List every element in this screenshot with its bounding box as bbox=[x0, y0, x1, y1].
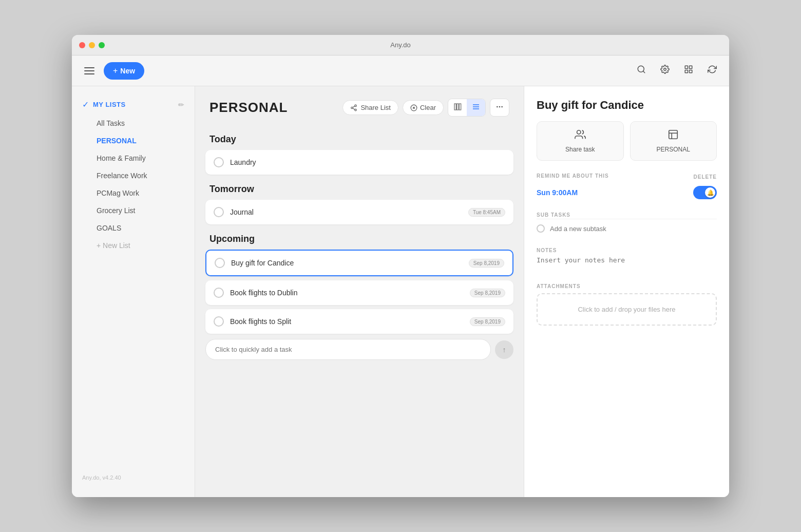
task-badge: Tue 8:45AM bbox=[468, 208, 505, 217]
detail-title: Buy gift for Candice bbox=[537, 99, 717, 112]
upcoming-section-label: Upcoming bbox=[209, 234, 509, 244]
sidebar-item-pcmag-work[interactable]: PCMag Work bbox=[72, 184, 195, 202]
task-checkbox[interactable] bbox=[214, 157, 224, 167]
svg-point-9 bbox=[355, 109, 357, 111]
task-checkbox[interactable] bbox=[214, 316, 224, 327]
task-name: Journal bbox=[230, 208, 462, 216]
task-name: Book flights to Dublin bbox=[230, 289, 464, 297]
share-icon bbox=[350, 104, 357, 111]
svg-point-8 bbox=[351, 107, 353, 109]
columns-icon bbox=[453, 103, 462, 111]
app-window: Any.do + New bbox=[72, 35, 729, 497]
svg-rect-6 bbox=[690, 70, 692, 73]
sidebar-item-goals[interactable]: GOALS bbox=[72, 219, 195, 237]
svg-rect-16 bbox=[457, 104, 459, 110]
hamburger-line bbox=[84, 67, 94, 68]
list-view-button[interactable] bbox=[467, 99, 485, 116]
menu-button[interactable] bbox=[82, 65, 97, 77]
svg-point-23 bbox=[502, 106, 502, 107]
subtasks-section-label: SUB TASKS bbox=[537, 212, 570, 218]
add-task-row: ↑ bbox=[205, 339, 513, 360]
svg-point-21 bbox=[497, 106, 498, 107]
attachments-drop-zone[interactable]: Click to add / drop your files here bbox=[537, 293, 717, 326]
svg-rect-17 bbox=[459, 104, 461, 110]
maximize-button[interactable] bbox=[99, 42, 105, 48]
share-task-icon bbox=[575, 129, 586, 143]
hamburger-line bbox=[84, 70, 94, 71]
main-area: ✓ MY LISTS ✏ All Tasks PERSONAL Home & F… bbox=[72, 86, 729, 497]
notes-input[interactable] bbox=[537, 256, 717, 272]
sidebar-item-personal[interactable]: PERSONAL bbox=[72, 132, 195, 149]
close-button[interactable] bbox=[79, 42, 85, 48]
sidebar: ✓ MY LISTS ✏ All Tasks PERSONAL Home & F… bbox=[72, 86, 195, 497]
hamburger-line bbox=[84, 73, 94, 74]
task-list-body[interactable]: Today Laundry Tomorrow Journal Tue 8:45A… bbox=[195, 125, 524, 497]
remind-header-row: REMIND ME ABOUT THIS DELETE bbox=[537, 171, 717, 183]
task-checkbox[interactable] bbox=[215, 258, 225, 268]
sidebar-item-all-tasks[interactable]: All Tasks bbox=[72, 115, 195, 132]
search-button[interactable] bbox=[635, 63, 648, 79]
share-task-card[interactable]: Share task bbox=[537, 121, 624, 161]
remind-row: Sun 9:00AM 🔔 bbox=[537, 186, 717, 199]
task-item-buy-gift[interactable]: Buy gift for Candice Sep 8,2019 bbox=[205, 250, 513, 276]
share-list-button[interactable]: Share List bbox=[342, 100, 398, 115]
add-task-input[interactable] bbox=[205, 339, 491, 360]
check-circle-icon: ✓ bbox=[82, 100, 89, 109]
sidebar-item-home-family[interactable]: Home & Family bbox=[72, 149, 195, 167]
detail-actions-row: Share task PERSONAL bbox=[537, 121, 717, 161]
settings-button[interactable] bbox=[658, 63, 672, 79]
add-task-submit-button[interactable]: ↑ bbox=[495, 340, 513, 359]
tomorrow-section-label: Tomorrow bbox=[209, 184, 509, 195]
column-view-button[interactable] bbox=[448, 99, 467, 116]
task-item-journal[interactable]: Journal Tue 8:45AM bbox=[205, 200, 513, 224]
minimize-button[interactable] bbox=[89, 42, 95, 48]
svg-rect-3 bbox=[685, 66, 688, 68]
task-item-flights-dublin[interactable]: Book flights to Dublin Sep 8,2019 bbox=[205, 280, 513, 305]
today-section-label: Today bbox=[209, 134, 509, 145]
x-circle-icon bbox=[410, 104, 417, 111]
layout-button[interactable] bbox=[682, 63, 695, 79]
notes-section: NOTES bbox=[537, 245, 717, 274]
svg-line-11 bbox=[353, 106, 355, 107]
remind-time[interactable]: Sun 9:00AM bbox=[537, 188, 578, 197]
task-item-laundry[interactable]: Laundry bbox=[205, 150, 513, 175]
list-card-icon bbox=[667, 129, 679, 143]
delete-label[interactable]: DELETE bbox=[694, 174, 717, 180]
new-button[interactable]: + New bbox=[104, 62, 144, 80]
add-subtask-input[interactable] bbox=[550, 225, 717, 233]
personal-list-card[interactable]: PERSONAL bbox=[630, 121, 717, 161]
task-item-flights-split[interactable]: Book flights to Split Sep 8,2019 bbox=[205, 309, 513, 334]
svg-rect-25 bbox=[669, 130, 678, 139]
sidebar-item-freelance-work[interactable]: Freelance Work bbox=[72, 167, 195, 184]
clear-button[interactable]: Clear bbox=[403, 100, 444, 115]
task-list-header: PERSONAL Share List Clear bbox=[195, 86, 524, 125]
more-options-button[interactable] bbox=[490, 99, 509, 117]
traffic-lights bbox=[79, 42, 105, 48]
task-name: Buy gift for Candice bbox=[231, 259, 463, 267]
refresh-icon bbox=[708, 65, 717, 74]
remind-toggle[interactable]: 🔔 bbox=[693, 186, 717, 199]
svg-line-1 bbox=[643, 71, 644, 72]
task-checkbox[interactable] bbox=[214, 288, 224, 298]
add-subtask-row[interactable] bbox=[537, 219, 717, 238]
task-checkbox[interactable] bbox=[214, 207, 224, 217]
share-task-label: Share task bbox=[565, 146, 595, 153]
sidebar-edit-button[interactable]: ✏ bbox=[178, 101, 184, 109]
sidebar-section-header: ✓ MY LISTS ✏ bbox=[72, 97, 195, 112]
header-right bbox=[635, 63, 719, 79]
svg-line-10 bbox=[353, 108, 355, 109]
detail-panel: Buy gift for Candice Share task PERSONAL bbox=[524, 86, 729, 497]
svg-point-7 bbox=[355, 105, 357, 107]
toggle-slider: 🔔 bbox=[693, 186, 717, 199]
new-list-button[interactable]: + New List bbox=[72, 237, 195, 254]
view-toggle bbox=[448, 99, 486, 117]
attachments-label: ATTACHMENTS bbox=[537, 283, 581, 289]
sidebar-section-title: MY LISTS bbox=[93, 101, 174, 108]
sidebar-item-grocery-list[interactable]: Grocery List bbox=[72, 202, 195, 219]
plus-icon: + bbox=[113, 66, 118, 75]
refresh-button[interactable] bbox=[705, 63, 719, 79]
task-list-actions: Share List Clear bbox=[342, 99, 509, 117]
subtasks-section: SUB TASKS bbox=[537, 210, 717, 238]
notes-label: NOTES bbox=[537, 248, 557, 253]
task-badge: Sep 8,2019 bbox=[469, 259, 504, 268]
